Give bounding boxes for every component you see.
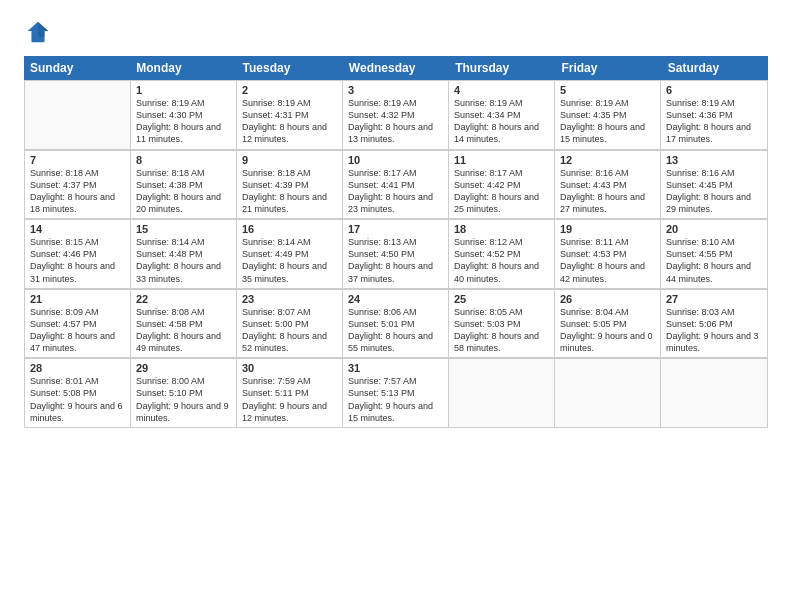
- day-number: 14: [30, 223, 125, 235]
- day-info: Sunrise: 8:15 AM Sunset: 4:46 PM Dayligh…: [30, 236, 125, 285]
- day-info: Sunrise: 8:19 AM Sunset: 4:32 PM Dayligh…: [348, 97, 443, 146]
- calendar-cell: 29Sunrise: 8:00 AM Sunset: 5:10 PM Dayli…: [131, 358, 237, 427]
- day-info: Sunrise: 8:19 AM Sunset: 4:36 PM Dayligh…: [666, 97, 762, 146]
- logo-icon: [24, 18, 52, 46]
- calendar-cell: 1Sunrise: 8:19 AM Sunset: 4:30 PM Daylig…: [131, 80, 237, 149]
- day-info: Sunrise: 8:17 AM Sunset: 4:41 PM Dayligh…: [348, 167, 443, 216]
- calendar-cell: 12Sunrise: 8:16 AM Sunset: 4:43 PM Dayli…: [555, 150, 661, 219]
- calendar-cell: 21Sunrise: 8:09 AM Sunset: 4:57 PM Dayli…: [25, 289, 131, 358]
- calendar-cell: 30Sunrise: 7:59 AM Sunset: 5:11 PM Dayli…: [237, 358, 343, 427]
- day-number: 29: [136, 362, 231, 374]
- day-number: 18: [454, 223, 549, 235]
- calendar-cell: 17Sunrise: 8:13 AM Sunset: 4:50 PM Dayli…: [343, 219, 449, 288]
- day-number: 13: [666, 154, 762, 166]
- day-header-monday: Monday: [130, 56, 236, 80]
- day-header-thursday: Thursday: [449, 56, 555, 80]
- day-info: Sunrise: 7:57 AM Sunset: 5:13 PM Dayligh…: [348, 375, 443, 424]
- calendar-cell: 24Sunrise: 8:06 AM Sunset: 5:01 PM Dayli…: [343, 289, 449, 358]
- day-info: Sunrise: 8:01 AM Sunset: 5:08 PM Dayligh…: [30, 375, 125, 424]
- day-number: 17: [348, 223, 443, 235]
- calendar-cell: [449, 358, 555, 427]
- day-number: 27: [666, 293, 762, 305]
- calendar-cell: 4Sunrise: 8:19 AM Sunset: 4:34 PM Daylig…: [449, 80, 555, 149]
- calendar-cell: 28Sunrise: 8:01 AM Sunset: 5:08 PM Dayli…: [25, 358, 131, 427]
- day-info: Sunrise: 8:12 AM Sunset: 4:52 PM Dayligh…: [454, 236, 549, 285]
- calendar-weeks: 1Sunrise: 8:19 AM Sunset: 4:30 PM Daylig…: [25, 80, 767, 427]
- day-number: 11: [454, 154, 549, 166]
- calendar-header-row: SundayMondayTuesdayWednesdayThursdayFrid…: [24, 56, 768, 80]
- day-info: Sunrise: 8:05 AM Sunset: 5:03 PM Dayligh…: [454, 306, 549, 355]
- calendar-cell: 18Sunrise: 8:12 AM Sunset: 4:52 PM Dayli…: [449, 219, 555, 288]
- day-info: Sunrise: 8:11 AM Sunset: 4:53 PM Dayligh…: [560, 236, 655, 285]
- calendar-cell: 9Sunrise: 8:18 AM Sunset: 4:39 PM Daylig…: [237, 150, 343, 219]
- calendar-cell: 3Sunrise: 8:19 AM Sunset: 4:32 PM Daylig…: [343, 80, 449, 149]
- calendar-cell: 7Sunrise: 8:18 AM Sunset: 4:37 PM Daylig…: [25, 150, 131, 219]
- calendar-cell: 10Sunrise: 8:17 AM Sunset: 4:41 PM Dayli…: [343, 150, 449, 219]
- day-number: 1: [136, 84, 231, 96]
- day-info: Sunrise: 8:18 AM Sunset: 4:37 PM Dayligh…: [30, 167, 125, 216]
- day-header-tuesday: Tuesday: [237, 56, 343, 80]
- logo: [24, 18, 56, 46]
- calendar-cell: 13Sunrise: 8:16 AM Sunset: 4:45 PM Dayli…: [661, 150, 767, 219]
- week-row-3: 21Sunrise: 8:09 AM Sunset: 4:57 PM Dayli…: [25, 289, 767, 359]
- day-header-sunday: Sunday: [24, 56, 130, 80]
- day-info: Sunrise: 8:08 AM Sunset: 4:58 PM Dayligh…: [136, 306, 231, 355]
- day-number: 20: [666, 223, 762, 235]
- day-info: Sunrise: 8:04 AM Sunset: 5:05 PM Dayligh…: [560, 306, 655, 355]
- day-header-friday: Friday: [555, 56, 661, 80]
- calendar-cell: 6Sunrise: 8:19 AM Sunset: 4:36 PM Daylig…: [661, 80, 767, 149]
- day-info: Sunrise: 8:09 AM Sunset: 4:57 PM Dayligh…: [30, 306, 125, 355]
- calendar-cell: 26Sunrise: 8:04 AM Sunset: 5:05 PM Dayli…: [555, 289, 661, 358]
- svg-marker-1: [38, 22, 48, 37]
- day-number: 2: [242, 84, 337, 96]
- day-info: Sunrise: 8:07 AM Sunset: 5:00 PM Dayligh…: [242, 306, 337, 355]
- calendar-cell: 15Sunrise: 8:14 AM Sunset: 4:48 PM Dayli…: [131, 219, 237, 288]
- calendar-cell: [661, 358, 767, 427]
- calendar-body: 1Sunrise: 8:19 AM Sunset: 4:30 PM Daylig…: [24, 80, 768, 428]
- day-info: Sunrise: 8:19 AM Sunset: 4:34 PM Dayligh…: [454, 97, 549, 146]
- week-row-0: 1Sunrise: 8:19 AM Sunset: 4:30 PM Daylig…: [25, 80, 767, 150]
- day-info: Sunrise: 8:14 AM Sunset: 4:49 PM Dayligh…: [242, 236, 337, 285]
- day-info: Sunrise: 8:19 AM Sunset: 4:31 PM Dayligh…: [242, 97, 337, 146]
- calendar-cell: 23Sunrise: 8:07 AM Sunset: 5:00 PM Dayli…: [237, 289, 343, 358]
- day-number: 31: [348, 362, 443, 374]
- day-number: 10: [348, 154, 443, 166]
- calendar-cell: 25Sunrise: 8:05 AM Sunset: 5:03 PM Dayli…: [449, 289, 555, 358]
- calendar-cell: 27Sunrise: 8:03 AM Sunset: 5:06 PM Dayli…: [661, 289, 767, 358]
- calendar-cell: 5Sunrise: 8:19 AM Sunset: 4:35 PM Daylig…: [555, 80, 661, 149]
- day-info: Sunrise: 8:14 AM Sunset: 4:48 PM Dayligh…: [136, 236, 231, 285]
- header: [24, 18, 768, 46]
- day-info: Sunrise: 8:19 AM Sunset: 4:30 PM Dayligh…: [136, 97, 231, 146]
- day-info: Sunrise: 8:18 AM Sunset: 4:39 PM Dayligh…: [242, 167, 337, 216]
- day-number: 19: [560, 223, 655, 235]
- calendar-cell: [25, 80, 131, 149]
- day-info: Sunrise: 8:03 AM Sunset: 5:06 PM Dayligh…: [666, 306, 762, 355]
- day-number: 22: [136, 293, 231, 305]
- day-info: Sunrise: 7:59 AM Sunset: 5:11 PM Dayligh…: [242, 375, 337, 424]
- day-number: 7: [30, 154, 125, 166]
- calendar-cell: [555, 358, 661, 427]
- calendar-cell: 20Sunrise: 8:10 AM Sunset: 4:55 PM Dayli…: [661, 219, 767, 288]
- calendar-cell: 2Sunrise: 8:19 AM Sunset: 4:31 PM Daylig…: [237, 80, 343, 149]
- day-info: Sunrise: 8:19 AM Sunset: 4:35 PM Dayligh…: [560, 97, 655, 146]
- day-number: 24: [348, 293, 443, 305]
- day-number: 5: [560, 84, 655, 96]
- day-number: 8: [136, 154, 231, 166]
- day-number: 26: [560, 293, 655, 305]
- calendar: SundayMondayTuesdayWednesdayThursdayFrid…: [24, 56, 768, 600]
- day-number: 15: [136, 223, 231, 235]
- day-info: Sunrise: 8:18 AM Sunset: 4:38 PM Dayligh…: [136, 167, 231, 216]
- calendar-cell: 11Sunrise: 8:17 AM Sunset: 4:42 PM Dayli…: [449, 150, 555, 219]
- day-number: 23: [242, 293, 337, 305]
- day-number: 30: [242, 362, 337, 374]
- day-number: 9: [242, 154, 337, 166]
- calendar-cell: 14Sunrise: 8:15 AM Sunset: 4:46 PM Dayli…: [25, 219, 131, 288]
- day-info: Sunrise: 8:13 AM Sunset: 4:50 PM Dayligh…: [348, 236, 443, 285]
- calendar-cell: 22Sunrise: 8:08 AM Sunset: 4:58 PM Dayli…: [131, 289, 237, 358]
- day-number: 4: [454, 84, 549, 96]
- day-number: 6: [666, 84, 762, 96]
- calendar-cell: 19Sunrise: 8:11 AM Sunset: 4:53 PM Dayli…: [555, 219, 661, 288]
- day-number: 21: [30, 293, 125, 305]
- calendar-cell: 8Sunrise: 8:18 AM Sunset: 4:38 PM Daylig…: [131, 150, 237, 219]
- day-info: Sunrise: 8:16 AM Sunset: 4:45 PM Dayligh…: [666, 167, 762, 216]
